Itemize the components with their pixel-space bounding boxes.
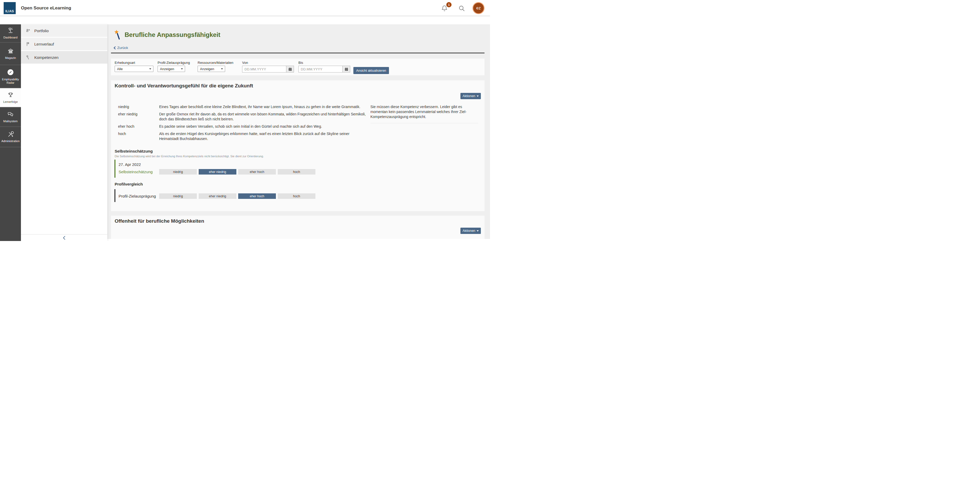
panel-title: Offenheit für berufliche Möglichkeiten	[115, 218, 204, 224]
bis-date-input[interactable]	[298, 66, 342, 73]
sidebar-item-lernverlauf[interactable]: Lernverlauf	[21, 38, 107, 50]
ressourcen-materialien-select[interactable]: Anzeigen	[197, 66, 225, 72]
sidebar-item-kompetenzen[interactable]: Kompetenzen	[21, 51, 107, 64]
logo-text: ILIAS	[5, 10, 14, 13]
von-calendar-button[interactable]	[286, 66, 294, 73]
trophy-icon	[7, 92, 14, 99]
filter-erhebungsart: Erhebungsart Alle	[115, 61, 153, 72]
aktionen-dropdown-button[interactable]: Aktionen	[460, 227, 481, 234]
level-text: Es packte seine sieben Versalien, schob …	[159, 124, 366, 131]
secondary-sidebar: Portfolio Lernverlauf Kompetenzen	[21, 24, 107, 241]
main-content: Berufliche Anpassungsfähigkeit Zurück Er…	[107, 24, 490, 241]
table-row: eher hoch Es packte seine sieben Versali…	[118, 124, 366, 131]
mainbar-label: Employability Radar	[0, 78, 21, 84]
filter-von: Von	[242, 61, 294, 73]
notification-badge[interactable]: 1	[446, 2, 452, 7]
mainbar-label: Magazin	[5, 56, 16, 60]
calendar-icon	[344, 67, 348, 71]
profil-zielauspraegung-select[interactable]: Anzeigen	[158, 66, 185, 72]
chat-bubbles-icon	[7, 111, 14, 118]
scale-segment: niedrig	[159, 169, 197, 175]
sidebar-item-portfolio[interactable]: Portfolio	[21, 24, 107, 37]
scale-row-label: Selbsteinschätzung	[119, 169, 159, 175]
ansicht-aktualisieren-button[interactable]: Ansicht aktualisieren	[353, 67, 389, 74]
top-header: ILIAS Open Source eLearning 1 ez	[0, 0, 490, 16]
aktionen-label: Aktionen	[463, 94, 475, 98]
desk-lamp-icon	[7, 27, 14, 34]
competency-panel-offenheit: Offenheit für berufliche Möglichkeiten A…	[111, 216, 485, 239]
level-scale: niedrig eher niedrig eher hoch hoch	[159, 193, 315, 199]
scale-segment: hoch	[278, 169, 315, 175]
mainbar-item-mailsystem[interactable]: Mailsystem	[0, 107, 21, 126]
search-icon	[458, 5, 465, 12]
filter-bis: Bis	[298, 61, 350, 73]
scale-segment: hoch	[278, 193, 315, 199]
page-title: Berufliche Anpassungsfähigkeit	[125, 31, 220, 38]
mainbar-item-lernerfolge[interactable]: Lernerfolge	[0, 87, 21, 107]
filter-label: Bis	[298, 61, 350, 65]
level-label: niedrig	[118, 104, 159, 112]
erhebungsart-select[interactable]: Alle	[115, 66, 153, 72]
scale-row: Selbsteinschätzung niedrig eher niedrig …	[119, 169, 315, 175]
scale-segment: eher niedrig	[199, 193, 236, 199]
back-link-label: Zurück	[117, 46, 128, 50]
improvement-hint: Sie müssen diese Kompetenz verbessern. L…	[371, 104, 478, 123]
scale-segment: niedrig	[159, 193, 197, 199]
mainbar-item-magazin[interactable]: Magazin	[0, 42, 21, 65]
person-profile-icon	[25, 28, 30, 33]
level-scale: niedrig eher niedrig eher hoch hoch	[159, 169, 315, 175]
flag-icon	[25, 41, 30, 46]
search-button[interactable]	[458, 5, 465, 12]
ilias-logo[interactable]: ILIAS	[4, 2, 16, 14]
content-bottom-spacer	[107, 239, 490, 241]
caret-down-icon	[477, 95, 479, 98]
filter-label: Profil-Zielausprägung	[158, 61, 190, 65]
selbsteinschaetzung-heading: Selbsteinschätzung	[115, 149, 153, 154]
page-header: Berufliche Anpassungsfähigkeit	[114, 30, 220, 40]
sidebar-item-label: Portfolio	[34, 29, 49, 33]
back-link[interactable]: Zurück	[114, 46, 128, 50]
level-text: Der große Oxmox riet ihr davon ab, da es…	[159, 112, 366, 124]
mainbar-label: Mailsystem	[3, 119, 18, 123]
mainbar-item-employability-radar[interactable]: Employability Radar	[0, 65, 21, 87]
table-row: niedrig Eines Tages aber beschloß eine k…	[118, 104, 366, 112]
filter-bar: Erhebungsart Alle Profil-Zielausprägung …	[111, 59, 485, 75]
sidebar-item-label: Lernverlauf	[34, 42, 54, 46]
profilvergleich-heading: Profilvergleich	[115, 182, 143, 186]
avatar-initials: ez	[476, 6, 481, 11]
collapse-sidebar-button[interactable]	[21, 234, 107, 241]
filter-profil-zielauspraegung: Profil-Zielausprägung Anzeigen	[158, 61, 190, 72]
level-text: Eines Tages aber beschloß eine kleine Ze…	[159, 104, 366, 112]
level-label: eher hoch	[118, 124, 159, 131]
table-row: eher niedrig Der große Oxmox riet ihr da…	[118, 112, 366, 124]
app-title: Open Source eLearning	[21, 5, 71, 11]
chevron-left-icon	[63, 236, 65, 240]
mainbar-item-dashboard[interactable]: Dashboard	[0, 24, 21, 42]
compass-icon	[6, 68, 14, 76]
user-avatar[interactable]: ez	[473, 2, 485, 14]
selbsteinschaetzung-card: 27. Apr 2022 Selbsteinschätzung niedrig …	[115, 160, 315, 178]
level-description-table: niedrig Eines Tages aber beschloß eine k…	[118, 104, 366, 144]
von-date-input[interactable]	[242, 66, 286, 73]
scale-row: Profil-Zielausprägung niedrig eher niedr…	[119, 193, 315, 199]
chevron-left-icon	[114, 46, 116, 49]
filter-label: Ressourcen/Materialien	[197, 61, 234, 65]
mainbar-label: Administration	[1, 140, 20, 143]
caret-down-icon	[477, 230, 479, 232]
calendar-icon	[288, 67, 292, 71]
divider-rule	[111, 52, 485, 53]
evaluation-date: 27. Apr 2022	[119, 162, 315, 167]
panel-title: Kontroll- und Verantwortungsgefühl für d…	[115, 83, 253, 89]
mainbar-item-administration[interactable]: Administration	[0, 126, 21, 147]
mainbar-label: Lernerfolge	[3, 100, 18, 103]
aktionen-dropdown-button[interactable]: Aktionen	[460, 93, 481, 99]
crossed-tools-icon	[7, 131, 14, 138]
bis-calendar-button[interactable]	[342, 66, 350, 73]
mainbar-label: Dashboard	[3, 36, 18, 39]
filter-ressourcen-materialien: Ressourcen/Materialien Anzeigen	[197, 61, 234, 72]
table-row: hoch Als es die ersten Hügel des Kursivg…	[118, 131, 366, 144]
filter-label: Erhebungsart	[115, 61, 153, 65]
level-text: Als es die ersten Hügel des Kursivgebirg…	[159, 131, 366, 144]
bank-building-icon	[7, 48, 14, 55]
main-navigation-rail: Dashboard Magazin Employability Radar Le…	[0, 24, 21, 241]
